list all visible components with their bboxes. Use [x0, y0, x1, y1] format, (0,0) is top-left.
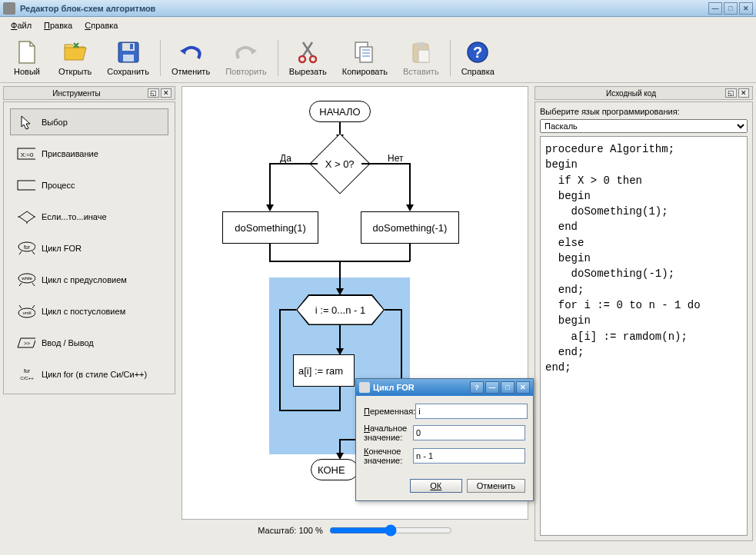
label-no: Нет	[388, 153, 403, 164]
svg-text:X:=0: X:=0	[21, 151, 34, 158]
dialog-help-button[interactable]: ?	[470, 381, 484, 394]
help-icon: ?	[465, 40, 490, 65]
svg-rect-7	[360, 47, 372, 62]
svg-text:until: until	[22, 311, 31, 315]
close-button[interactable]: ✕	[739, 2, 753, 15]
for-loop-dialog: Цикл FOR ? — □ ✕ Переменная: Начальное з…	[355, 378, 534, 501]
svg-rect-2	[123, 55, 134, 61]
until-loop-icon: until	[17, 304, 35, 318]
svg-rect-15	[18, 181, 35, 190]
dialog-close-button[interactable]: ✕	[516, 381, 530, 394]
svg-point-4	[299, 56, 305, 62]
toolbar-separator	[160, 40, 161, 76]
toolbar-separator	[450, 40, 451, 76]
start-label: Начальное значение:	[364, 424, 413, 442]
block-for-header[interactable]: i := 0...n - 1	[296, 294, 385, 325]
end-input[interactable]	[413, 448, 525, 464]
menu-file[interactable]: Файл	[5, 19, 38, 32]
menu-help[interactable]: Справка	[78, 19, 124, 32]
toolbar-new[interactable]: Новый	[6, 37, 48, 79]
toolbar-save[interactable]: Сохранить	[102, 37, 154, 79]
label-yes: Да	[280, 153, 291, 164]
zoom-slider[interactable]	[329, 524, 452, 537]
tools-panel-title: Инструменты	[52, 89, 100, 98]
cfor-icon: forC/C++	[17, 367, 35, 381]
source-panel-title: Исходный код	[600, 89, 661, 98]
block-do1[interactable]: doSomething(1)	[222, 211, 318, 244]
toolbar-paste: Вставить	[398, 37, 444, 79]
dialog-title: Цикл FOR	[373, 383, 470, 392]
svg-text:?: ?	[473, 44, 482, 61]
for-loop-icon: for	[17, 241, 35, 255]
toolbar-redo: Повторить	[221, 37, 271, 79]
block-begin[interactable]: НАЧАЛО	[309, 101, 371, 122]
diamond-icon	[17, 210, 35, 224]
assign-icon: X:=0	[17, 147, 35, 161]
toolbar-copy[interactable]: Копировать	[338, 37, 392, 79]
toolbar-separator	[278, 40, 278, 76]
var-input[interactable]	[415, 404, 528, 419]
window-title: Редактор блок-схем алгоритмов	[20, 4, 708, 13]
tool-io[interactable]: >> Ввод / Вывод	[10, 329, 168, 356]
svg-text:for: for	[24, 244, 31, 250]
menu-edit[interactable]: Правка	[38, 19, 78, 32]
copy-icon	[352, 40, 377, 65]
undock-button[interactable]: ◱	[148, 88, 159, 98]
arrow-cursor-icon	[17, 115, 35, 129]
language-select[interactable]: Паскаль	[540, 119, 748, 133]
close-panel-button[interactable]: ✕	[738, 88, 749, 98]
start-input[interactable]	[413, 425, 525, 440]
dialog-minimize-button[interactable]: —	[485, 381, 499, 394]
svg-point-5	[310, 56, 316, 62]
tool-until[interactable]: until Цикл с постусловием	[10, 297, 168, 324]
redo-icon	[234, 40, 258, 65]
menubar: Файл Правка Справка	[0, 17, 756, 34]
undo-icon	[178, 40, 203, 65]
undock-button[interactable]: ◱	[725, 88, 737, 98]
svg-text:C/C++: C/C++	[20, 376, 34, 381]
ok-button[interactable]: ОК	[410, 479, 462, 493]
toolbar: Новый Открыть Сохранить Отменить Повтори…	[0, 34, 756, 83]
source-code-view[interactable]: procedure Algorithm; begin if X > 0 then…	[540, 136, 748, 536]
dialog-maximize-button[interactable]: □	[501, 381, 515, 394]
tool-while[interactable]: while Цикл с предусловием	[10, 266, 168, 293]
block-do2[interactable]: doSomething(-1)	[361, 211, 459, 244]
tool-assign[interactable]: X:=0 Присваивание	[10, 140, 168, 167]
process-icon	[17, 178, 35, 192]
svg-rect-10	[418, 50, 429, 62]
block-loop-body[interactable]: a[i] := ram	[293, 354, 355, 387]
io-icon: >>	[17, 336, 35, 350]
save-icon	[116, 40, 141, 65]
toolbar-help[interactable]: ? Справка	[457, 37, 499, 79]
toolbar-open[interactable]: Открыть	[54, 37, 96, 79]
cancel-button[interactable]: Отменить	[467, 479, 525, 493]
toolbar-cut[interactable]: Вырезать	[285, 37, 331, 79]
minimize-button[interactable]: —	[708, 2, 722, 15]
end-label: Конечное значение:	[364, 447, 413, 465]
svg-text:for: for	[24, 368, 31, 374]
app-icon	[3, 2, 15, 15]
tool-cfor[interactable]: forC/C++ Цикл for (в стиле Си/Си++)	[10, 361, 168, 387]
paste-icon	[408, 40, 433, 65]
window-titlebar: Редактор блок-схем алгоритмов — □ ✕	[0, 0, 756, 17]
svg-text:>>: >>	[24, 341, 30, 346]
tool-for[interactable]: for Цикл FOR	[10, 234, 168, 261]
cut-icon	[295, 40, 320, 65]
svg-text:while: while	[21, 276, 32, 281]
close-panel-button[interactable]: ✕	[161, 88, 172, 98]
open-folder-icon	[63, 40, 88, 65]
tool-process[interactable]: Процесс	[10, 171, 168, 198]
svg-rect-3	[130, 44, 133, 49]
tools-panel: Инструменты ◱ ✕ Выбор X:=0 Присваивание …	[0, 83, 178, 544]
toolbar-undo[interactable]: Отменить	[167, 37, 215, 79]
svg-rect-9	[417, 42, 425, 47]
language-label: Выберите язык программирования:	[540, 107, 748, 116]
block-end[interactable]: КОНЕ	[311, 459, 358, 480]
tool-select[interactable]: Выбор	[10, 108, 168, 135]
source-panel: Исходный код ◱ ✕ Выберите язык программи…	[531, 83, 756, 544]
tool-ifelse[interactable]: Если...то...иначе	[10, 203, 168, 230]
dialog-icon	[359, 382, 370, 393]
while-loop-icon: while	[17, 273, 35, 287]
var-label: Переменная:	[364, 407, 415, 416]
maximize-button[interactable]: □	[724, 2, 738, 15]
